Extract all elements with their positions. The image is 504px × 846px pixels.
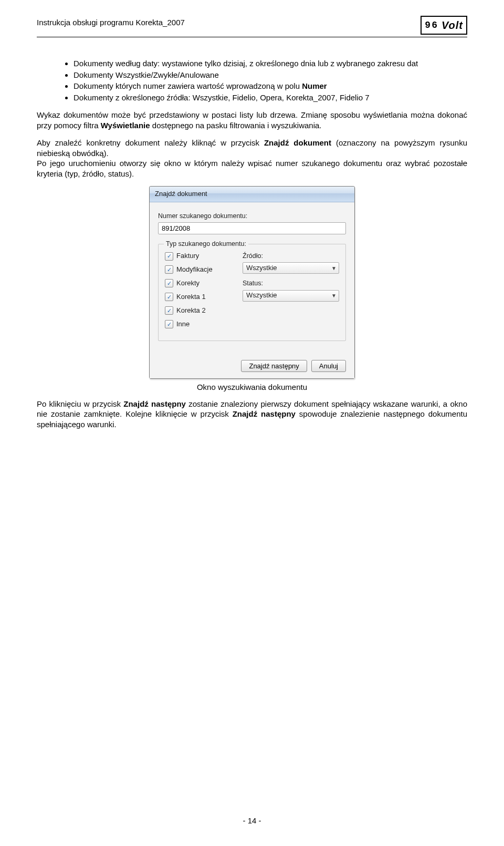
- source-select[interactable]: Wszystkie ▼: [243, 262, 339, 274]
- checkbox-icon: ✓: [165, 306, 173, 315]
- select-value: Wszystkie: [246, 264, 277, 273]
- logo-volt: Volt: [442, 19, 463, 32]
- document-number-input[interactable]: [158, 222, 346, 234]
- paragraph: Po jego uruchomieniu otworzy się okno w …: [37, 158, 467, 179]
- list-item: Dokumenty z określonego źródła: Wszystki…: [74, 92, 467, 103]
- chevron-down-icon: ▼: [331, 265, 337, 272]
- paragraph-bold: Wyświetlanie: [101, 121, 150, 130]
- source-label: Źródło:: [243, 252, 339, 260]
- status-select[interactable]: Wszystkie ▼: [243, 290, 339, 302]
- paragraph-text: dostępnego na pasku filtrowania i wyszuk…: [150, 121, 322, 130]
- list-item: Dokumenty według daty: wystawione tylko …: [74, 58, 467, 69]
- bullet-list: Dokumenty według daty: wystawione tylko …: [37, 58, 467, 102]
- checkbox-label: Modyfikacje: [176, 265, 213, 274]
- page-number: - 14 -: [0, 816, 504, 825]
- list-item-text: Dokumenty których numer zawiera wartość …: [74, 81, 302, 90]
- checkbox-label: Inne: [176, 320, 190, 329]
- checkbox-row-faktury[interactable]: ✓ Faktury: [165, 252, 233, 261]
- checkbox-row-korekta2[interactable]: ✓ Korekta 2: [165, 306, 233, 315]
- checkbox-row-inne[interactable]: ✓ Inne: [165, 320, 233, 329]
- status-label: Status:: [243, 279, 339, 287]
- select-value: Wszystkie: [246, 291, 277, 300]
- logo: 96 Volt: [421, 16, 467, 35]
- paragraph-bold: Znajdź następny: [123, 399, 186, 408]
- logo-96: 96: [425, 20, 438, 30]
- checkbox-row-modyfikacje[interactable]: ✓ Modyfikacje: [165, 265, 233, 274]
- paragraph-text: Aby znaleźć konkretny dokument należy kl…: [37, 138, 264, 147]
- dialog-title: Znajdź dokument: [150, 187, 354, 202]
- checkbox-label: Korekta 2: [176, 306, 206, 315]
- checkbox-icon: ✓: [165, 320, 173, 328]
- checkbox-icon: ✓: [165, 279, 173, 287]
- paragraph: Aby znaleźć konkretny dokument należy kl…: [37, 138, 467, 158]
- list-item: Dokumenty których numer zawiera wartość …: [74, 81, 467, 91]
- paragraph: Wykaz dokumentów może być przedstawiony …: [37, 110, 467, 130]
- paragraph-text: Po kliknięciu w przycisk: [37, 399, 123, 408]
- header-divider: [37, 37, 467, 37]
- checkbox-label: Korekta 1: [176, 293, 206, 302]
- dialog-caption: Okno wyszukiwania dokumentu: [197, 382, 307, 393]
- paragraph-bold: Znajdź następny: [233, 409, 296, 418]
- checkbox-row-korekty[interactable]: ✓ Korekty: [165, 279, 233, 288]
- checkbox-icon: ✓: [165, 293, 173, 301]
- fieldset-legend: Typ szukanego dokumentu:: [164, 240, 248, 248]
- checkbox-label: Korekty: [176, 279, 200, 288]
- checkbox-label: Faktury: [176, 252, 199, 261]
- list-item: Dokumenty Wszystkie/Zwykłe/Anulowane: [74, 70, 467, 80]
- paragraph-bold: Znajdź dokument: [264, 138, 331, 147]
- page-header-title: Instrukcja obsługi programu Korekta_2007: [37, 16, 185, 27]
- checkbox-row-korekta1[interactable]: ✓ Korekta 1: [165, 293, 233, 302]
- find-document-dialog: Znajdź dokument Numer szukanego dokument…: [149, 186, 355, 379]
- cancel-button[interactable]: Anuluj: [311, 360, 346, 372]
- list-item-bold: Numer: [302, 81, 327, 90]
- paragraph: Po kliknięciu w przycisk Znajdź następny…: [37, 399, 467, 430]
- doc-type-fieldset: Typ szukanego dokumentu: ✓ Faktury ✓ Mod…: [158, 244, 346, 341]
- number-label: Numer szukanego dokumentu:: [158, 212, 346, 220]
- checkbox-icon: ✓: [165, 265, 173, 274]
- chevron-down-icon: ▼: [331, 292, 337, 299]
- checkbox-icon: ✓: [165, 252, 173, 261]
- find-next-button[interactable]: Znajdź następny: [241, 360, 307, 372]
